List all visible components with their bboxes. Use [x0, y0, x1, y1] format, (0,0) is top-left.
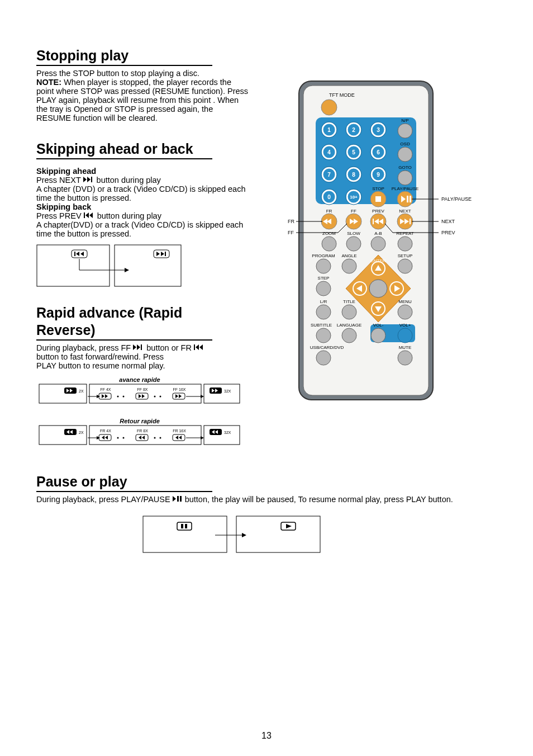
svg-marker-98	[242, 533, 246, 537]
svg-text:TFT MODE: TFT MODE	[329, 92, 355, 98]
svg-marker-47	[179, 394, 182, 398]
play-pause-icon	[173, 495, 183, 504]
svg-text:8: 8	[352, 172, 355, 178]
skipping-ahead-l1a: Press NEXT	[36, 176, 83, 185]
svg-text:FR 16X: FR 16X	[173, 429, 186, 433]
svg-rect-168	[410, 219, 411, 224]
svg-text:1: 1	[327, 127, 331, 133]
svg-marker-19	[133, 344, 136, 350]
svg-text:FR 4X: FR 4X	[100, 429, 111, 433]
svg-rect-22	[194, 344, 195, 350]
label-retour: Retour rapide	[120, 418, 160, 424]
svg-point-201	[398, 305, 412, 319]
skipping-text: Skipping ahead Press NEXT button during …	[36, 167, 249, 239]
svg-point-208	[371, 328, 386, 343]
rapid-text: During playback, press FF button or FR b…	[36, 344, 249, 371]
svg-text:PALY/PAUSE: PALY/PAUSE	[441, 196, 472, 202]
svg-marker-46	[175, 394, 178, 398]
pause-text: During playback, press PLAY/PAUSE button…	[36, 495, 483, 504]
svg-text:FR: FR	[326, 209, 332, 214]
stopping-text: Press the STOP button to stop playing a …	[36, 69, 249, 123]
svg-text:VOL+: VOL+	[399, 323, 411, 328]
skipping-back-l1a: Press PREV	[36, 211, 84, 220]
svg-rect-3	[84, 212, 85, 218]
stopping-p1: Press the STOP button to stop playing a …	[36, 69, 199, 78]
svg-point-199	[342, 305, 356, 319]
fr-icon	[194, 343, 205, 352]
svg-marker-43	[139, 394, 141, 398]
svg-point-79	[117, 437, 119, 438]
svg-rect-149	[407, 196, 408, 202]
svg-text:TITLE: TITLE	[343, 299, 355, 304]
svg-rect-91	[236, 516, 320, 552]
svg-marker-1	[87, 177, 91, 182]
svg-marker-4	[85, 212, 89, 218]
svg-point-82	[160, 437, 161, 438]
page-number: 13	[0, 731, 533, 741]
svg-text:FF: FF	[351, 209, 356, 214]
svg-marker-75	[142, 436, 145, 440]
skipping-ahead-l1b: button during play	[97, 176, 161, 185]
svg-text:32X: 32X	[224, 431, 231, 434]
heading-rapid-l1: Rapid advance (Rapid	[36, 305, 249, 321]
svg-marker-14	[161, 252, 164, 256]
rapid-p2: button to fast forward/rewind. Press	[36, 352, 164, 361]
skipping-back-l2: A chapter(DVD) or a track (Video CD/CD) …	[36, 220, 243, 238]
svg-point-212	[316, 351, 331, 365]
label-avance: avance rapide	[119, 376, 160, 383]
skipping-back-l1b: button during play	[97, 211, 161, 220]
svg-text:USB/CARD/DVD: USB/CARD/DVD	[310, 345, 344, 350]
svg-text:6: 6	[377, 149, 380, 155]
svg-text:4: 4	[327, 149, 331, 155]
svg-point-180	[342, 259, 356, 273]
svg-text:PREV: PREV	[372, 209, 384, 214]
svg-marker-13	[156, 252, 160, 256]
svg-point-80	[123, 437, 125, 438]
svg-text:MUTE: MUTE	[399, 345, 412, 350]
heading-rapid-l2: Reverse)	[36, 322, 249, 338]
svg-marker-86	[201, 436, 204, 440]
svg-point-176	[398, 237, 412, 251]
svg-rect-56	[39, 426, 87, 445]
svg-text:PROGRAM: PROGRAM	[312, 253, 335, 258]
svg-rect-145	[375, 196, 381, 202]
svg-marker-84	[97, 436, 100, 440]
svg-text:L/R: L/R	[320, 299, 327, 304]
svg-rect-93	[181, 524, 183, 528]
svg-marker-78	[179, 436, 182, 440]
svg-marker-72	[105, 436, 108, 440]
svg-text:FF 16X: FF 16X	[173, 388, 186, 391]
svg-point-103	[321, 100, 337, 115]
svg-text:FR 8X: FR 8X	[137, 429, 148, 433]
divider	[36, 339, 212, 341]
svg-text:STOP: STOP	[372, 186, 384, 191]
diagram-rapid: avance rapide 2X 32X	[36, 375, 249, 456]
svg-point-178	[316, 259, 331, 273]
svg-marker-0	[83, 177, 87, 182]
svg-text:FF: FF	[288, 230, 294, 235]
svg-text:2X: 2X	[79, 389, 84, 393]
svg-marker-18	[125, 268, 129, 272]
svg-text:2: 2	[352, 127, 355, 133]
svg-rect-9	[74, 252, 75, 256]
svg-point-203	[316, 328, 331, 343]
svg-rect-89	[180, 496, 182, 502]
svg-text:STEP: STEP	[318, 276, 330, 281]
prev-icon	[84, 211, 95, 220]
next-icon	[83, 176, 94, 185]
svg-text:ANGLE: ANGLE	[341, 253, 356, 258]
svg-rect-27	[204, 384, 240, 403]
svg-marker-77	[175, 436, 178, 440]
svg-rect-15	[165, 252, 166, 256]
svg-point-182	[398, 259, 412, 273]
svg-marker-40	[102, 394, 104, 398]
svg-marker-71	[102, 436, 104, 440]
pause-p1a: During playback, press PLAY/PAUSE	[36, 495, 173, 504]
svg-text:PLAY/PAUSE: PLAY/PAUSE	[392, 186, 419, 191]
rapid-p1b: button or FR	[146, 343, 194, 352]
svg-rect-150	[410, 196, 411, 202]
svg-marker-23	[196, 344, 199, 350]
svg-text:LANGUAGE: LANGUAGE	[337, 323, 361, 328]
skipping-back-title: Skipping back	[36, 202, 91, 211]
svg-text:3: 3	[377, 127, 380, 133]
